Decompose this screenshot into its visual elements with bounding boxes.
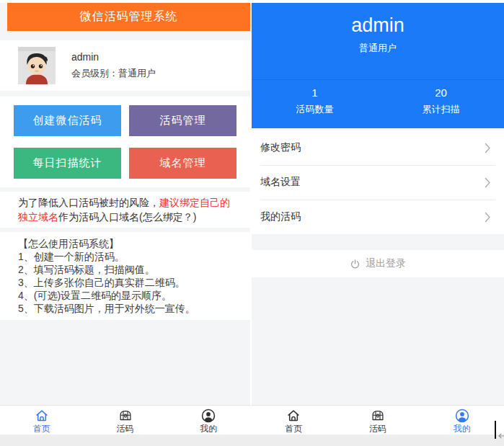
- nav-label-livecode: 活码: [117, 424, 134, 434]
- return-mark-icon: [497, 431, 504, 440]
- logout-button[interactable]: 退出登录: [252, 250, 504, 277]
- user-meta: admin 会员级别：普通用户: [71, 51, 156, 80]
- notice-text-after[interactable]: 作为活码入口域名(怎么绑定？): [58, 211, 196, 223]
- create-livecode-button[interactable]: 创建微信活码: [14, 105, 121, 136]
- app-header: 微信活码管理系统: [7, 3, 250, 31]
- profile-stats-row: 1 活码数量 20 累计扫描: [252, 79, 504, 116]
- home-screen-panel: 微信活码管理系统 admin 会员级别：普通用户 创建微信活码 活码管理 每日扫…: [0, 0, 250, 434]
- livecode-manage-button[interactable]: 活码管理: [129, 105, 236, 136]
- usage-step: 3、上传多张你自己的真实群二维码。: [18, 276, 232, 289]
- menu-label: 域名设置: [260, 176, 301, 189]
- notice-text-before: 为了降低入口活码被封的风险，: [18, 197, 159, 208]
- user-name: admin: [71, 51, 156, 63]
- nav-label-mine: 我的: [200, 424, 217, 434]
- person-icon: [200, 408, 216, 424]
- user-info-card: admin 会员级别：普通用户: [0, 40, 250, 91]
- page-bottom-strip: [0, 434, 504, 446]
- chevron-right-icon: [485, 177, 491, 188]
- stat-label: 累计扫描: [378, 103, 504, 116]
- nav-tab-home[interactable]: 首页: [252, 406, 336, 434]
- usage-instructions: 【怎么使用活码系统】 1、创建一个新的活码。 2、填写活码标题，扫描阀值。 3、…: [0, 232, 250, 320]
- stat-total-scans: 20 累计扫描: [378, 86, 504, 116]
- home-icon: [286, 408, 301, 424]
- nav-label-mine: 我的: [454, 424, 471, 434]
- daily-scan-stats-button[interactable]: 每日扫描统计: [14, 148, 121, 179]
- stat-label: 活码数量: [252, 103, 378, 116]
- home-icon: [34, 408, 50, 424]
- menu-item-domain-settings[interactable]: 域名设置: [252, 165, 504, 200]
- usage-step: 5、下载活码图片，用于对外统一宣传。: [18, 302, 232, 315]
- settings-menu: 修改密码 域名设置 我的活码: [252, 130, 504, 234]
- menu-label: 我的活码: [260, 210, 301, 223]
- person-icon: [454, 408, 470, 424]
- nav-label-livecode: 活码: [369, 424, 386, 434]
- user-avatar: [18, 47, 56, 84]
- stat-livecode-count: 1 活码数量: [252, 86, 378, 116]
- usage-step: 1、创建一个新的活码。: [18, 250, 232, 263]
- logout-label: 退出登录: [366, 257, 406, 270]
- usage-step: 2、填写活码标题，扫描阀值。: [18, 263, 232, 276]
- nav-label-home: 首页: [33, 424, 50, 434]
- profile-header: admin 普通用户 1 活码数量 20 累计扫描: [252, 3, 504, 128]
- action-button-grid: 创建微信活码 活码管理 每日扫描统计 域名管理: [0, 97, 250, 187]
- profile-user-level: 普通用户: [252, 42, 504, 55]
- chest-icon: [370, 408, 386, 424]
- domain-manage-button[interactable]: 域名管理: [129, 148, 236, 179]
- domain-notice: 为了降低入口活码被封的风险，建议绑定自己的独立域名作为活码入口域名(怎么绑定？): [0, 192, 250, 228]
- menu-label: 修改密码: [260, 141, 301, 154]
- nav-tab-livecode[interactable]: 活码: [84, 406, 167, 434]
- chest-icon: [118, 408, 133, 424]
- text-cursor-artifact: [495, 421, 496, 439]
- nav-label-home: 首页: [285, 424, 302, 434]
- bottom-nav-right: 首页 活码 我的: [252, 405, 504, 434]
- nav-tab-home[interactable]: 首页: [0, 406, 84, 434]
- stat-value: 1: [252, 86, 378, 100]
- usage-step: 4、(可选)设置二维码的显示顺序。: [18, 289, 232, 302]
- bottom-nav-left: 首页 活码 我的: [0, 405, 250, 434]
- nav-tab-mine[interactable]: 我的: [420, 406, 504, 434]
- stat-value: 20: [378, 86, 504, 100]
- nav-tab-mine[interactable]: 我的: [167, 406, 250, 434]
- profile-screen-panel: admin 普通用户 1 活码数量 20 累计扫描 修改密码 域名设置: [252, 0, 504, 434]
- menu-item-change-password[interactable]: 修改密码: [252, 130, 504, 165]
- power-icon: [350, 259, 361, 269]
- chevron-right-icon: [485, 143, 491, 153]
- usage-title: 【怎么使用活码系统】: [18, 237, 232, 250]
- menu-item-my-livecodes[interactable]: 我的活码: [252, 200, 504, 234]
- user-level: 会员级别：普通用户: [71, 67, 156, 80]
- profile-username: admin: [252, 3, 504, 38]
- app-title: 微信活码管理系统: [80, 9, 178, 24]
- nav-tab-livecode[interactable]: 活码: [336, 406, 420, 434]
- chevron-right-icon: [485, 212, 491, 223]
